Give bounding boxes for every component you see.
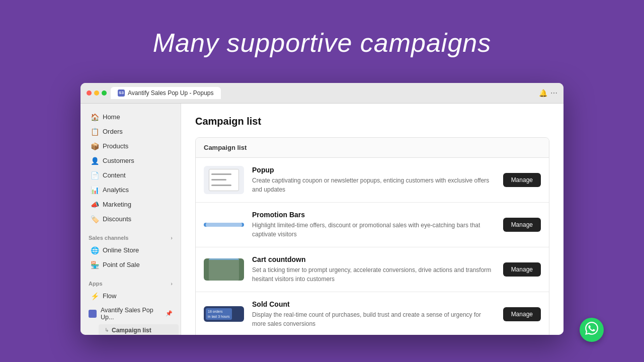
point-of-sale-icon: 🏪 <box>91 261 99 269</box>
campaign-name-sold: Sold Count <box>252 300 495 308</box>
campaign-item-sold-count: 18 orders in last 3 hours Sold Count Dis… <box>196 292 549 335</box>
manage-button-sold[interactable]: Manage <box>503 307 541 321</box>
popup-thumbnail-inner <box>209 169 239 191</box>
bell-icon[interactable]: 🔔 <box>539 89 547 97</box>
sidebar-item-orders[interactable]: 📋 Orders <box>83 125 179 139</box>
sidebar: 🏠 Home 📋 Orders 📦 Products 👤 Customers 📄 <box>80 104 181 335</box>
sidebar-item-orders-label: Orders <box>103 128 123 135</box>
campaign-info-popup: Popup Create captivating coupon or newsl… <box>252 166 495 194</box>
campaign-item-popup: Popup Create captivating coupon or newsl… <box>196 158 549 203</box>
analytics-icon: 📊 <box>91 186 99 194</box>
page-title: Campaign list <box>195 116 549 127</box>
more-icon[interactable]: ⋯ <box>550 89 557 97</box>
campaign-info-cart: Cart countdown Set a ticking timer to pr… <box>252 255 495 284</box>
sidebar-item-point-of-sale-label: Point of Sale <box>103 261 140 268</box>
browser-dots <box>87 90 107 96</box>
sold-badge-line1: 18 orders <box>208 309 230 314</box>
avantify-submenu: ↳ Campaign list Subscribers Profile <box>80 324 181 335</box>
apps-section: Apps › ⚡ Flow Avantify Sales Pop Up... 📌… <box>80 275 181 335</box>
manage-button-promo[interactable]: Manage <box>503 218 541 232</box>
sidebar-item-online-store-label: Online Store <box>103 246 139 254</box>
thumb-line-3 <box>211 185 231 186</box>
main-content: Campaign list Campaign list Popup Cre <box>181 104 564 335</box>
sidebar-item-products[interactable]: 📦 Products <box>83 139 179 153</box>
avantify-app-label: Avantify Sales Pop Up... <box>101 307 160 321</box>
main-nav-section: 🏠 Home 📋 Orders 📦 Products 👤 Customers 📄 <box>80 108 181 229</box>
sidebar-item-customers[interactable]: 👤 Customers <box>83 154 179 168</box>
customers-icon: 👤 <box>91 157 99 165</box>
sidebar-item-customers-label: Customers <box>103 157 134 164</box>
apps-chevron[interactable]: › <box>171 281 173 287</box>
content-icon: 📄 <box>91 171 99 179</box>
sidebar-item-marketing[interactable]: 📣 Marketing <box>83 198 179 212</box>
sidebar-item-flow-label: Flow <box>103 292 116 300</box>
campaign-name-promo: Promotion Bars <box>252 211 495 219</box>
campaign-item-promotion-bars: Promotion Bars Highlight limited-time of… <box>196 203 549 247</box>
campaign-list-header: Campaign list <box>196 138 549 158</box>
manage-button-cart[interactable]: Manage <box>503 262 541 277</box>
sales-channels-label: Sales channels › <box>80 231 181 243</box>
sidebar-item-flow[interactable]: ⚡ Flow <box>83 289 179 303</box>
products-icon: 📦 <box>91 142 99 150</box>
browser-actions: 🔔 ⋯ <box>539 89 557 97</box>
tab-title: Avantify Sales Pop Up - Popups <box>128 89 214 97</box>
sidebar-item-point-of-sale[interactable]: 🏪 Point of Sale <box>83 258 179 272</box>
manage-button-popup[interactable]: Manage <box>503 173 541 187</box>
campaign-info-sold: Sold Count Display the real-time count o… <box>252 300 495 328</box>
sidebar-item-home[interactable]: 🏠 Home <box>83 110 179 124</box>
thumb-line-1 <box>211 173 231 175</box>
app-layout: 🏠 Home 📋 Orders 📦 Products 👤 Customers 📄 <box>80 104 564 335</box>
campaign-desc-cart: Set a ticking timer to prompt urgency, a… <box>252 265 495 284</box>
sidebar-item-home-label: Home <box>103 113 120 121</box>
sold-badge-line2: in last 3 hours <box>208 314 230 319</box>
campaign-name-cart: Cart countdown <box>252 255 495 263</box>
avantify-app-icon <box>89 310 97 318</box>
campaign-desc-sold: Display the real-time count of purchases… <box>252 310 495 328</box>
hero-title: Many supportive campaigns <box>0 28 644 58</box>
submenu-campaign-list-label: Campaign list <box>112 327 151 334</box>
maximize-dot[interactable] <box>102 90 107 96</box>
browser-chrome: S3 Avantify Sales Pop Up - Popups 🔔 ⋯ <box>80 83 564 104</box>
whatsapp-button[interactable] <box>580 318 604 342</box>
sidebar-item-analytics-label: Analytics <box>103 186 129 194</box>
home-icon: 🏠 <box>91 113 99 121</box>
submenu-campaign-list[interactable]: ↳ Campaign list <box>99 324 179 335</box>
sidebar-item-discounts[interactable]: 🏷️ Discounts <box>83 212 179 226</box>
campaign-thumbnail-cart <box>204 258 244 281</box>
tab-icon: S3 <box>118 89 125 97</box>
campaign-name-popup: Popup <box>252 166 495 174</box>
sold-badge: 18 orders in last 3 hours <box>206 308 232 319</box>
online-store-icon: 🌐 <box>91 246 99 254</box>
whatsapp-icon <box>585 322 598 338</box>
campaign-thumbnail-sold: 18 orders in last 3 hours <box>204 306 244 321</box>
avantify-app-item[interactable]: Avantify Sales Pop Up... 📌 <box>80 304 181 324</box>
minimize-dot[interactable] <box>94 90 99 96</box>
campaign-info-promo: Promotion Bars Highlight limited-time of… <box>252 211 495 239</box>
sidebar-item-marketing-label: Marketing <box>103 201 131 208</box>
sidebar-item-products-label: Products <box>103 142 128 150</box>
thumb-line-2 <box>211 179 226 180</box>
cart-thumb-inner <box>209 258 239 281</box>
pin-indicator: 📌 <box>166 310 173 317</box>
close-dot[interactable] <box>87 90 92 96</box>
campaign-desc-popup: Create captivating coupon or newsletter … <box>252 176 495 194</box>
campaign-list-card: Campaign list Popup Create captivating c… <box>195 137 549 335</box>
sidebar-item-online-store[interactable]: 🌐 Online Store <box>83 243 179 257</box>
marketing-icon: 📣 <box>91 201 99 209</box>
campaign-thumbnail-popup <box>204 166 244 194</box>
submenu-campaign-list-arrow: ↳ <box>105 327 109 333</box>
campaign-item-cart-countdown: Cart countdown Set a ticking timer to pr… <box>196 247 549 292</box>
sales-channels-chevron[interactable]: › <box>171 235 173 241</box>
discounts-icon: 🏷️ <box>91 215 99 223</box>
sidebar-item-content-label: Content <box>103 171 126 179</box>
apps-label: Apps › <box>80 277 181 289</box>
campaign-desc-promo: Highlight limited-time offers, discount … <box>252 221 495 239</box>
sales-channels-section: Sales channels › 🌐 Online Store 🏪 Point … <box>80 229 181 275</box>
flow-icon: ⚡ <box>91 292 99 300</box>
browser-tab[interactable]: S3 Avantify Sales Pop Up - Popups <box>111 87 221 99</box>
browser-window: S3 Avantify Sales Pop Up - Popups 🔔 ⋯ 🏠 … <box>80 83 564 335</box>
sidebar-item-analytics[interactable]: 📊 Analytics <box>83 183 179 197</box>
orders-icon: 📋 <box>91 128 99 136</box>
sidebar-item-content[interactable]: 📄 Content <box>83 168 179 183</box>
promo-bar-thumb <box>206 223 242 227</box>
